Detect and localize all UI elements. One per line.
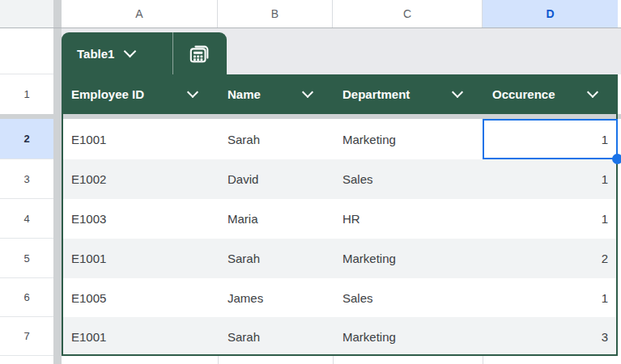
row-header-5[interactable]: 5: [0, 239, 53, 278]
table-border-right: [616, 74, 618, 356]
table-row: 2 E1001 Sarah Marketing 1: [0, 119, 621, 159]
cell-c5[interactable]: Marketing: [333, 239, 483, 278]
spreadsheet-grid-view: A B C D Table1: [0, 0, 621, 364]
table-name-button[interactable]: Table1: [62, 32, 172, 74]
column-header-b[interactable]: B: [218, 0, 333, 28]
gridline: [333, 356, 334, 364]
chevron-down-icon[interactable]: [187, 87, 198, 98]
table-grid-icon: [188, 42, 212, 65]
table-border-left: [62, 74, 63, 356]
cell-b2[interactable]: Sarah: [218, 119, 333, 159]
cell-b6[interactable]: James: [218, 278, 333, 317]
row-header-3[interactable]: 3: [0, 159, 53, 199]
cell-a3[interactable]: E1002: [62, 159, 218, 199]
gridline: [483, 356, 483, 364]
row-filler: [618, 317, 621, 356]
row-filler: [618, 239, 621, 278]
tab-row-background: Table1: [62, 28, 621, 74]
table-header-label: Department: [342, 87, 410, 101]
frozen-column-divider: [53, 0, 62, 364]
table-border-bottom: [62, 354, 618, 356]
row-header-4[interactable]: 4: [0, 199, 53, 239]
select-all-corner[interactable]: [0, 0, 53, 28]
table-header-employee-id[interactable]: Employee ID: [62, 74, 218, 114]
row-header-partial: [0, 356, 53, 364]
table-header-label: Occurence: [492, 87, 555, 101]
partial-grid: [62, 356, 621, 364]
chevron-down-icon[interactable]: [587, 87, 598, 98]
row-header-spacer: [0, 28, 53, 74]
table-row: 4 E1003 Maria HR 1: [0, 199, 621, 239]
cell-d7[interactable]: 3: [483, 317, 618, 356]
table-row: 3 E1002 David Sales 1: [0, 159, 621, 199]
table-header-label: Employee ID: [71, 87, 144, 101]
cell-c6[interactable]: Sales: [333, 278, 483, 317]
column-header-d-selected[interactable]: D: [483, 0, 618, 28]
cell-a4[interactable]: E1003: [62, 199, 218, 239]
cell-c3[interactable]: Sales: [333, 159, 483, 199]
header-row-filler: [618, 74, 621, 114]
table-header-occurence[interactable]: Occurence: [483, 74, 618, 114]
cell-d6[interactable]: 1: [483, 278, 618, 317]
table-header-name[interactable]: Name: [218, 74, 333, 114]
chevron-down-icon: [124, 45, 137, 58]
cell-a7[interactable]: E1001: [62, 317, 218, 356]
row-header-6[interactable]: 6: [0, 278, 53, 317]
table-tab-row: Table1: [0, 28, 621, 74]
cell-d5[interactable]: 2: [483, 239, 618, 278]
table-header-department[interactable]: Department: [333, 74, 483, 114]
cell-b7[interactable]: Sarah: [218, 317, 333, 356]
partial-row-8: [0, 356, 621, 364]
row-header-2[interactable]: 2: [0, 119, 53, 159]
cell-c2[interactable]: Marketing: [333, 119, 483, 159]
table-name-label: Table1: [77, 47, 114, 61]
column-header-c[interactable]: C: [333, 0, 483, 28]
column-header-a[interactable]: A: [62, 0, 218, 28]
row-filler: [618, 278, 621, 317]
chevron-down-icon[interactable]: [452, 87, 463, 98]
cell-a2[interactable]: E1001: [62, 119, 218, 159]
table-row: 6 E1005 James Sales 1: [0, 278, 621, 317]
table-row: 5 E1001 Sarah Marketing 2: [0, 239, 621, 278]
gridline: [218, 356, 219, 364]
row-filler: [618, 199, 621, 239]
cell-b5[interactable]: Sarah: [218, 239, 333, 278]
table-header-row: 1 Employee ID Name Department Occurence: [0, 74, 621, 114]
table-row: 7 E1001 Sarah Marketing 3: [0, 317, 621, 356]
row-filler: [618, 159, 621, 199]
cell-d4[interactable]: 1: [483, 199, 618, 239]
table-tab: Table1: [62, 32, 227, 74]
cell-a6[interactable]: E1005: [62, 278, 218, 317]
cell-d2-active[interactable]: 1: [483, 119, 618, 159]
chevron-down-icon[interactable]: [302, 87, 313, 98]
frozen-row-divider: [0, 114, 621, 119]
fill-handle[interactable]: [612, 154, 621, 164]
cell-b3[interactable]: David: [218, 159, 333, 199]
cell-b4[interactable]: Maria: [218, 199, 333, 239]
frozen-column-divider-segment: [53, 0, 62, 28]
cell-d3[interactable]: 1: [483, 159, 618, 199]
cell-c4[interactable]: HR: [333, 199, 483, 239]
cell-a5[interactable]: E1001: [62, 239, 218, 278]
column-header-strip: A B C D: [0, 0, 621, 28]
row-header-1[interactable]: 1: [0, 74, 53, 114]
column-header-sliver: [618, 0, 621, 28]
cell-c7[interactable]: Marketing: [333, 317, 483, 356]
row-header-7[interactable]: 7: [0, 317, 53, 356]
table-header-label: Name: [228, 87, 261, 101]
table-menu-button[interactable]: [173, 32, 227, 74]
